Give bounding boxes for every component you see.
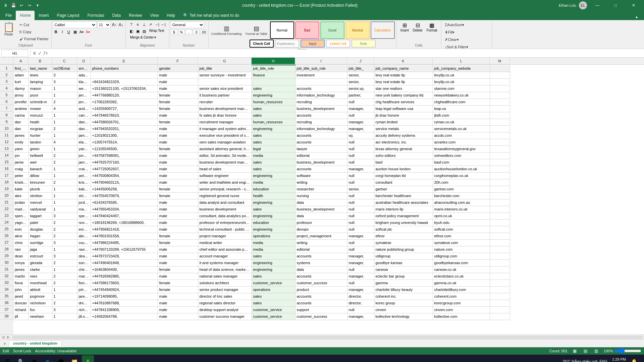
cell-36-1[interactable]: newham xyxy=(29,313,52,320)
cell-10-7[interactable]: sales xyxy=(252,139,295,145)
cell-30-7[interactable]: sales xyxy=(252,273,295,280)
cell-17-1[interactable]: plumb xyxy=(29,186,52,192)
cell-29-9[interactable]: null xyxy=(347,266,374,273)
cell-20-8[interactable]: business_development xyxy=(295,206,347,213)
align-left-button[interactable]: ◧ xyxy=(128,28,135,34)
cell-25-8[interactable]: writing xyxy=(295,239,347,246)
cell-8-0[interactable]: dan xyxy=(13,125,29,132)
normal-view-button[interactable]: ▦ xyxy=(572,348,578,354)
cell-2-7[interactable]: sales xyxy=(252,85,295,92)
cell-1-4[interactable]: +841634821029, xyxy=(91,78,158,85)
tab-insert[interactable]: Insert xyxy=(35,11,53,20)
cell-25-11[interactable]: symatese.com xyxy=(433,239,490,246)
cell-9-3[interactable]: james.hunter@acrartex.com, xyxy=(77,132,91,139)
cell-5-5[interactable]: female xyxy=(158,105,198,112)
cell-19-5[interactable]: male xyxy=(158,199,198,206)
cell-32-7[interactable]: operations xyxy=(252,286,295,293)
cell-12-11[interactable]: sohoeditors.com xyxy=(433,152,490,159)
cell-15-8[interactable]: software xyxy=(295,172,347,179)
cell-0-9[interactable]: senior, xyxy=(347,72,374,78)
cell-24-5[interactable]: female xyxy=(158,233,198,239)
notification-button[interactable]: 🔔 xyxy=(628,355,640,362)
cell-14-3[interactable]: craig.banach@sse.com, xyxy=(77,166,91,172)
cell-24-0[interactable]: alice xyxy=(13,233,29,239)
cell-29-2[interactable]: 1 xyxy=(52,266,77,273)
cell-10-3[interactable]: elandon@dykema.com, elandon@coxsmith.cc xyxy=(77,139,91,145)
cell-8-9[interactable]: manager, xyxy=(347,125,374,132)
cell-5-9[interactable]: manager, xyxy=(347,105,374,112)
cell-35-1[interactable]: fox xyxy=(29,306,52,313)
row-header-22[interactable]: 22 xyxy=(0,205,13,212)
col-header-G[interactable]: G xyxy=(198,58,252,64)
cell-11-7[interactable]: legal xyxy=(252,145,295,152)
cell-33-2[interactable]: 1 xyxy=(52,293,77,300)
cell-9-4[interactable]: +12018021300, xyxy=(91,132,158,139)
cell-18-9[interactable]: null xyxy=(347,192,374,199)
cell-26-6[interactable]: chief editor and associate publishe xyxy=(198,246,252,253)
cell-24-8[interactable]: project_management xyxy=(295,233,347,239)
percent-button[interactable]: % xyxy=(178,29,185,35)
cell-6-1[interactable]: moruzzi xyxy=(29,112,52,119)
cell-2-8[interactable]: accounts xyxy=(295,85,347,92)
header-cell-9[interactable]: job_title_sub_role xyxy=(295,65,347,72)
cell-19-6[interactable]: data analyst and consultant xyxy=(198,199,252,206)
col-header-D[interactable]: D xyxy=(77,58,91,64)
ribbon-display-button[interactable]: ▴ xyxy=(633,13,640,20)
cell-8-12[interactable] xyxy=(490,125,510,132)
cell-13-9[interactable]: null xyxy=(347,159,374,166)
cell-21-3[interactable]: spencer.taggart@struckcreative.com, spta… xyxy=(77,213,91,219)
cell-28-5[interactable]: male xyxy=(158,259,198,266)
cell-3-10[interactable]: new york bakery company ltd. xyxy=(374,92,433,99)
cell-0-2[interactable]: 3 xyxy=(52,72,77,78)
excel-taskbar-button[interactable]: X xyxy=(82,355,94,362)
undo-button[interactable]: ↩ xyxy=(18,2,25,9)
cell-35-7[interactable]: customer_service xyxy=(252,306,295,313)
cell-8-11[interactable]: servicemetals.co.uk xyxy=(433,125,490,132)
cell-26-1[interactable]: jaga xyxy=(29,246,52,253)
align-top-button[interactable]: ⊤ xyxy=(128,21,135,27)
cell-33-8[interactable]: accounts xyxy=(295,293,347,300)
task-view-button[interactable]: ▣ xyxy=(28,355,40,362)
row-header-27[interactable]: 27 xyxy=(0,239,13,246)
sheet-tab-active[interactable]: country - united kingdom xyxy=(9,340,62,347)
cell-2-3[interactable]: web1928@gmail.com, xyxy=(77,85,91,92)
cell-30-5[interactable]: male xyxy=(158,273,198,280)
cell-28-4[interactable]: +447490401848, xyxy=(91,259,158,266)
cell-1-11[interactable]: levyllp.co.uk xyxy=(433,78,490,85)
cell-22-12[interactable] xyxy=(490,219,510,226)
cell-19-9[interactable]: null xyxy=(347,199,374,206)
cell-4-8[interactable]: recruiting xyxy=(295,99,347,105)
cell-11-3[interactable]: yann@irresistiblefilms.com, xyxy=(77,145,91,152)
cell-11-11[interactable]: texasattorneygeneral.gov xyxy=(433,145,490,152)
cell-21-0[interactable]: spencer xyxy=(13,213,29,219)
cell-23-1[interactable]: douglas xyxy=(29,226,52,233)
row-header-23[interactable]: 23 xyxy=(0,212,13,219)
cell-35-2[interactable]: 3 xyxy=(52,306,77,313)
cell-0-1[interactable]: lewis xyxy=(29,72,52,78)
cell-3-0[interactable]: jenny xyxy=(13,92,29,99)
cell-23-10[interactable]: softcat plc xyxy=(374,226,433,233)
cell-22-5[interactable]: male xyxy=(158,219,198,226)
scroll-right-btn[interactable]: ▷ xyxy=(6,335,11,340)
row-header-35[interactable]: 35 xyxy=(0,293,13,299)
cell-33-7[interactable]: sales xyxy=(252,293,295,300)
cell-18-7[interactable]: health xyxy=(252,192,295,199)
cell-14-10[interactable]: auction house london xyxy=(374,166,433,172)
col-header-C[interactable]: C xyxy=(52,58,77,64)
minimize-button[interactable]: — xyxy=(590,0,605,11)
cell-17-4[interactable]: +14435005258, xyxy=(91,186,158,192)
cell-11-0[interactable]: yann xyxy=(13,145,29,152)
cell-14-0[interactable]: craig xyxy=(13,166,29,172)
row-header-19[interactable]: 19 xyxy=(0,185,13,192)
cell-9-0[interactable]: james xyxy=(13,132,29,139)
cell-16-9[interactable]: null xyxy=(347,179,374,186)
cell-4-5[interactable]: female xyxy=(158,99,198,105)
cell-5-8[interactable]: business_development xyxy=(295,105,347,112)
cell-16-6[interactable]: writer and triathlete and engineer xyxy=(198,179,252,186)
cell-10-6[interactable]: oem sales manager-aviation xyxy=(198,139,252,145)
cell-23-11[interactable]: softcat.com xyxy=(433,226,490,233)
cell-34-7[interactable]: sales xyxy=(252,300,295,306)
cell-13-1[interactable]: weir xyxy=(29,159,52,166)
cell-0-11[interactable]: levyllp.co.uk xyxy=(433,72,490,78)
align-bottom-button[interactable]: ⊥ xyxy=(141,21,147,27)
